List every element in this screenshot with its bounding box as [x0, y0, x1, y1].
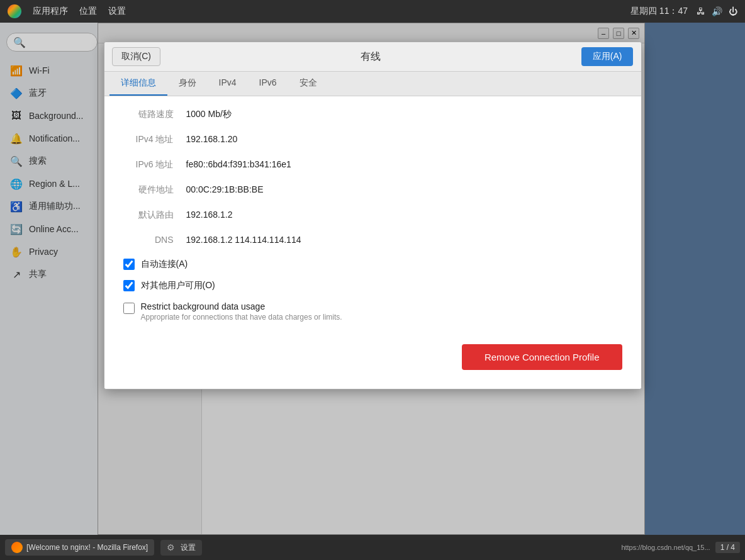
- remove-connection-profile-button[interactable]: Remove Connection Profile: [462, 344, 622, 370]
- hardware-label: 硬件地址: [123, 184, 174, 196]
- app-icon: [8, 4, 21, 18]
- top-bar-left: 应用程序 位置 设置: [8, 4, 126, 18]
- wired-connection-dialog: 取消(C) 有线 应用(A) 详细信息 身份 IPv4 IPv6 安全 链路速度…: [104, 42, 642, 389]
- dialog-overlay: 取消(C) 有线 应用(A) 详细信息 身份 IPv4 IPv6 安全 链路速度…: [0, 23, 745, 535]
- apply-button[interactable]: 应用(A): [581, 47, 634, 66]
- firefox-icon: [11, 542, 23, 553]
- restrict-bg-subtitle: Appropriate for connections that have da…: [141, 313, 342, 322]
- available-users-label: 对其他用户可用(O): [141, 280, 215, 291]
- tab-ipv6[interactable]: IPv6: [248, 72, 288, 96]
- restrict-bg-row: Restrict background data usage Appropria…: [123, 301, 622, 322]
- ipv6-label: IPv6 地址: [123, 159, 174, 171]
- taskbar: [Welcome to nginx! - Mozilla Firefox] ⚙ …: [0, 535, 745, 560]
- taskbar-settings-item[interactable]: ⚙ 设置: [160, 540, 202, 556]
- menu-app[interactable]: 应用程序: [33, 6, 68, 17]
- taskbar-settings-label: 设置: [181, 542, 196, 553]
- system-icons: 🖧 🔊 ⏻: [697, 6, 737, 16]
- top-bar-right: 星期四 11：47 🖧 🔊 ⏻: [630, 6, 737, 17]
- link-speed-value: 1000 Mb/秒: [186, 109, 232, 120]
- dialog-title: 有线: [361, 50, 381, 64]
- tab-security[interactable]: 安全: [288, 72, 328, 96]
- restrict-bg-checkbox[interactable]: [123, 303, 135, 314]
- remove-btn-row: Remove Connection Profile: [123, 332, 622, 376]
- desktop: 🔍 📶 Wi-Fi 🔷 蓝牙 🖼 Background... 🔔 Notific…: [0, 23, 745, 535]
- dns-label: DNS: [123, 235, 174, 245]
- hardware-value: 00:0C:29:1B:BB:BE: [186, 184, 264, 194]
- ipv4-row: IPv4 地址 192.168.1.20: [123, 134, 622, 145]
- auto-connect-checkbox[interactable]: [123, 259, 135, 270]
- dialog-body: 链路速度 1000 Mb/秒 IPv4 地址 192.168.1.20 IPv6…: [104, 96, 641, 389]
- volume-icon[interactable]: 🔊: [712, 6, 722, 16]
- settings-taskbar-icon: ⚙: [167, 542, 177, 552]
- taskbar-url: https://blog.csdn.net/qq_15...: [621, 544, 710, 551]
- ipv4-value: 192.168.1.20: [186, 134, 238, 144]
- taskbar-firefox-item[interactable]: [Welcome to nginx! - Mozilla Firefox]: [5, 539, 154, 556]
- top-bar: 应用程序 位置 设置 星期四 11：47 🖧 🔊 ⏻: [0, 0, 745, 23]
- ipv4-label: IPv4 地址: [123, 134, 174, 145]
- tab-ipv4[interactable]: IPv4: [208, 72, 248, 96]
- gateway-label: 默认路由: [123, 210, 174, 221]
- tab-details[interactable]: 详细信息: [109, 72, 167, 96]
- gateway-row: 默认路由 192.168.1.2: [123, 210, 622, 221]
- dns-row: DNS 192.168.1.2 114.114.114.114: [123, 235, 622, 245]
- firefox-label: [Welcome to nginx! - Mozilla Firefox]: [26, 543, 148, 552]
- menu-settings[interactable]: 设置: [108, 6, 126, 17]
- available-users-checkbox[interactable]: [123, 280, 135, 291]
- link-speed-label: 链路速度: [123, 109, 174, 120]
- cancel-button[interactable]: 取消(C): [112, 47, 160, 66]
- power-icon[interactable]: ⏻: [729, 6, 737, 16]
- dialog-header: 取消(C) 有线 应用(A): [104, 42, 641, 72]
- gateway-value: 192.168.1.2: [186, 210, 233, 220]
- restrict-bg-text: Restrict background data usage Appropria…: [141, 301, 342, 322]
- taskbar-page: 1 / 4: [715, 542, 740, 553]
- menu-location[interactable]: 位置: [79, 6, 97, 17]
- ipv6-row: IPv6 地址 fe80::6bd4:f391:b341:16e1: [123, 159, 622, 171]
- auto-connect-row: 自动连接(A): [123, 259, 622, 270]
- auto-connect-label: 自动连接(A): [141, 259, 188, 270]
- tab-identity[interactable]: 身份: [167, 72, 208, 96]
- clock: 星期四 11：47: [630, 6, 688, 17]
- hardware-row: 硬件地址 00:0C:29:1B:BB:BE: [123, 184, 622, 196]
- taskbar-right: https://blog.csdn.net/qq_15... 1 / 4: [621, 542, 740, 553]
- dns-value: 192.168.1.2 114.114.114.114: [186, 235, 301, 245]
- restrict-bg-title: Restrict background data usage: [141, 301, 342, 311]
- network-icon[interactable]: 🖧: [697, 6, 705, 16]
- ipv6-value: fe80::6bd4:f391:b341:16e1: [186, 159, 291, 169]
- link-speed-row: 链路速度 1000 Mb/秒: [123, 109, 622, 120]
- dialog-tabs: 详细信息 身份 IPv4 IPv6 安全: [104, 72, 641, 96]
- available-users-row: 对其他用户可用(O): [123, 280, 622, 291]
